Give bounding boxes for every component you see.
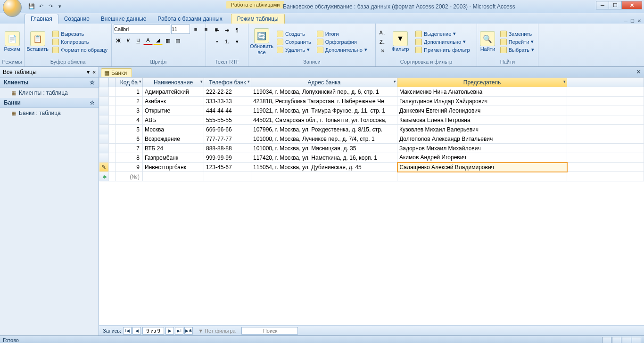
tab-home[interactable]: Главная: [25, 14, 58, 24]
refresh-all-button[interactable]: 🔄Обновить все: [250, 26, 273, 57]
column-header[interactable]: Код бa▾: [116, 78, 143, 87]
cell-phone[interactable]: 444-44-44: [204, 106, 251, 115]
bullets-icon[interactable]: •: [213, 37, 222, 46]
row-selector[interactable]: [99, 125, 109, 134]
data-grid[interactable]: Код бa▾Наименование▾Телефон банк▾Адрес б…: [99, 77, 644, 181]
row-selector[interactable]: [99, 87, 109, 97]
underline-icon[interactable]: Ч: [133, 36, 143, 45]
expand-icon[interactable]: [109, 134, 116, 144]
sort-desc-icon[interactable]: Z↓: [378, 37, 387, 47]
ltr-icon[interactable]: ¶: [232, 25, 242, 35]
column-header[interactable]: Председатель▾: [397, 78, 567, 87]
new-record-button[interactable]: Создать: [275, 30, 313, 38]
tab-create[interactable]: Создание: [58, 14, 95, 24]
selection-filter-button[interactable]: Выделение ▾: [413, 30, 472, 38]
search-input[interactable]: [241, 327, 298, 335]
cell-chair[interactable]: Акимов Андрей Игоревич: [397, 153, 567, 163]
cell-code[interactable]: 9: [116, 163, 143, 172]
cell-code[interactable]: 5: [116, 125, 143, 134]
row-selector[interactable]: [99, 106, 109, 115]
cut-button[interactable]: Вырезать: [50, 30, 109, 38]
cell-name[interactable]: Открытие: [143, 106, 204, 115]
column-header[interactable]: Адрес банка▾: [251, 78, 397, 87]
advanced-filter-button[interactable]: Дополнительно ▾: [413, 38, 472, 46]
expand-icon[interactable]: [109, 163, 116, 172]
expand-icon[interactable]: [109, 144, 116, 153]
paste-button[interactable]: 📋Вставить: [26, 26, 49, 57]
cell-code[interactable]: 6: [116, 134, 143, 144]
goto-button[interactable]: Перейти ▾: [498, 38, 536, 46]
cell-address[interactable]: 117420, г. Москва, ул. Наметкина, д. 16,…: [251, 153, 397, 163]
doc-close-icon[interactable]: ✕: [637, 18, 641, 24]
cell-code[interactable]: 3: [116, 106, 143, 115]
expand-icon[interactable]: [109, 153, 116, 163]
row-selector[interactable]: [99, 153, 109, 163]
last-record-button[interactable]: ▶I: [175, 327, 183, 335]
design-view-icon[interactable]: [632, 337, 641, 343]
alt-row-icon[interactable]: ▤: [173, 36, 182, 45]
nav-group-banks[interactable]: Банки☆: [0, 98, 99, 108]
font-name-select[interactable]: [114, 24, 170, 34]
find-button[interactable]: 🔍Найти: [479, 26, 496, 57]
replace-button[interactable]: Заменить: [498, 30, 536, 38]
cell-address[interactable]: 119021, г. Москва, ул. Тимура Фрунзе, д.…: [251, 106, 397, 115]
cell-address[interactable]: 423818, Республика Татарстан, г. Набереж…: [251, 97, 397, 106]
nav-item-banks-table[interactable]: Банки : таблица: [0, 108, 99, 118]
cell-chair[interactable]: Задорнов Михаил Михайлович: [397, 144, 567, 153]
cell-phone[interactable]: 222-22-22: [204, 87, 251, 97]
datasheet-view-icon[interactable]: [602, 337, 611, 343]
expand-icon[interactable]: [109, 115, 116, 125]
font-size-select[interactable]: [171, 24, 190, 34]
save-record-button[interactable]: Сохранить: [275, 38, 313, 46]
align-left-icon[interactable]: ≡: [191, 24, 200, 34]
cell-phone[interactable]: 123-45-67: [204, 163, 251, 172]
filter-button[interactable]: ▼Фильтр: [389, 26, 412, 57]
numbering-icon[interactable]: 1.: [223, 37, 232, 46]
cell-code[interactable]: (№): [116, 172, 143, 181]
cell-name[interactable]: Возрождение: [143, 134, 204, 144]
cell-phone[interactable]: 888-88-88: [204, 144, 251, 153]
cell-chair[interactable]: Данкевич Евгений Леонидович: [397, 106, 567, 115]
close-tab-icon[interactable]: ✕: [636, 68, 641, 75]
view-button[interactable]: 📄Режим: [2, 26, 22, 57]
qat-customize-icon[interactable]: ▾: [56, 2, 64, 11]
record-position-input[interactable]: [142, 327, 164, 335]
pivotchart-view-icon[interactable]: [622, 337, 631, 343]
cell-name[interactable]: Акибанк: [143, 97, 204, 106]
nav-item-clients-table[interactable]: Клиенты : таблица: [0, 88, 99, 98]
expand-icon[interactable]: [109, 125, 116, 134]
cell-address[interactable]: 115054, г. Москва, ул. Дубининская, д. 4…: [251, 163, 397, 172]
minimize-button[interactable]: ─: [596, 1, 609, 9]
sort-asc-icon[interactable]: A↓: [378, 28, 387, 37]
expand-icon[interactable]: [109, 87, 116, 97]
column-header[interactable]: Телефон банк▾: [204, 78, 251, 87]
prev-record-button[interactable]: ◀: [132, 327, 141, 335]
cell-phone[interactable]: 333-33-33: [204, 97, 251, 106]
row-selector[interactable]: [99, 97, 109, 106]
pivottable-view-icon[interactable]: [612, 337, 621, 343]
totals-button[interactable]: Итоги: [315, 30, 369, 38]
cell-address[interactable]: 119034, г. Москва, Лопухинский пер., д. …: [251, 87, 397, 97]
format-painter-button[interactable]: Формат по образцу: [50, 46, 109, 54]
spelling-button[interactable]: Орфография: [315, 38, 369, 46]
new-record-nav-button[interactable]: ▶✱: [184, 327, 193, 335]
doc-min-icon[interactable]: ─: [624, 18, 627, 24]
gridlines-icon[interactable]: ▦: [163, 36, 173, 45]
cell-address[interactable]: 107996, г. Москва, ул. Рождественка, д. …: [251, 125, 397, 134]
doc-restore-icon[interactable]: ☐: [630, 18, 635, 24]
cell-phone[interactable]: 555-55-55: [204, 115, 251, 125]
bold-icon[interactable]: Ж: [114, 36, 123, 45]
cell-name[interactable]: Адмиралтейский: [143, 87, 204, 97]
document-tab-banks[interactable]: ▦Банки: [101, 68, 132, 77]
delete-record-button[interactable]: Удалить ▾: [275, 46, 313, 54]
italic-icon[interactable]: К: [124, 36, 133, 45]
cell-name[interactable]: Газпромбанк: [143, 153, 204, 163]
undo-icon[interactable]: ↶: [37, 2, 45, 11]
cell-name[interactable]: Инвестторгбанк: [143, 163, 204, 172]
cell-chair[interactable]: Казымова Елена Петровна: [397, 115, 567, 125]
expand-icon[interactable]: [109, 97, 116, 106]
cell-code[interactable]: 2: [116, 97, 143, 106]
cell-chair[interactable]: Салащенко Алексей Владимирович: [397, 163, 567, 172]
indent-dec-icon[interactable]: ⇤: [213, 25, 222, 35]
row-selector[interactable]: [99, 115, 109, 125]
